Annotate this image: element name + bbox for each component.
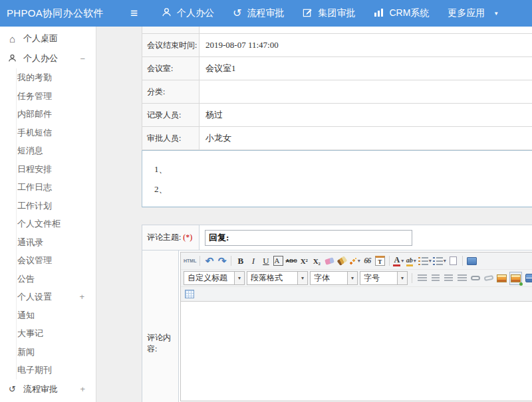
media-icon xyxy=(525,274,532,282)
paragraph-format-dropdown[interactable]: 段落格式▾ xyxy=(247,271,308,285)
screen-icon xyxy=(467,257,477,265)
table-row-category: 分类: xyxy=(142,80,532,104)
nav-item-workflow-approval[interactable]: ↺ 流程审批 xyxy=(233,7,284,19)
align-left-button[interactable] xyxy=(416,272,428,285)
sidebar-item-label: 个人文件柜 xyxy=(17,219,61,229)
sidebar-item-meeting-management[interactable]: 会议管理 xyxy=(17,251,96,270)
nav-item-personal-office[interactable]: 个人办公 xyxy=(162,7,214,19)
html-source-button[interactable]: HTML xyxy=(184,254,196,268)
sidebar-group-personal-office[interactable]: 个人办公 − xyxy=(0,49,96,68)
editor-content-area[interactable] xyxy=(181,301,532,401)
sidebar-item-contacts[interactable]: 通讯录 xyxy=(17,233,96,252)
italic-button[interactable]: I xyxy=(247,254,259,268)
insert-table-button[interactable] xyxy=(184,288,195,301)
nav-item-group-approval[interactable]: 集团审批 xyxy=(303,7,355,19)
highlight-color-button[interactable]: ab▾ xyxy=(406,254,417,268)
plus-dot-icon xyxy=(519,282,523,286)
sidebar-item-personal-settings[interactable]: 个人设置+ xyxy=(17,288,96,306)
caret-down-icon: ▾ xyxy=(429,258,432,264)
comment-subject-value-cell xyxy=(200,225,532,250)
sidebar-item-attendance[interactable]: 我的考勤 xyxy=(17,68,96,87)
comment-subject-row: 评论主题: (*) xyxy=(142,225,532,251)
bold-button[interactable]: B xyxy=(235,254,246,268)
hamburger-menu-icon[interactable]: ≡ xyxy=(130,0,138,27)
strikethrough-button[interactable]: ABC xyxy=(285,254,297,268)
link-icon xyxy=(471,276,480,280)
blockquote-button[interactable]: 66 xyxy=(362,254,373,268)
home-icon: ⌂ xyxy=(7,34,17,44)
insert-media-button[interactable] xyxy=(524,272,532,285)
sidebar-item-label: 新闻 xyxy=(17,347,35,357)
sidebar-item-events[interactable]: 大事记 xyxy=(17,324,96,343)
meeting-detail-table: 会议结束时间: 2019-08-07 11:47:00 会议室: 会议室1 分类… xyxy=(142,27,532,150)
heading-style-dropdown[interactable]: 自定义标题▾ xyxy=(184,271,245,285)
row-value: 会议室1 xyxy=(200,57,532,80)
sidebar-item-work-log[interactable]: 工作日志 xyxy=(17,178,96,197)
fullscreen-button[interactable] xyxy=(466,254,477,268)
meeting-notes-box: 1、 2、 xyxy=(142,150,532,207)
toolbar-separator xyxy=(389,256,390,266)
sidebar-item-internal-mail[interactable]: 内部邮件 xyxy=(17,105,96,124)
paste-text-button[interactable]: T xyxy=(374,254,386,268)
insert-image-button[interactable] xyxy=(496,272,507,285)
font-size-dropdown[interactable]: 字号▾ xyxy=(360,271,408,285)
remove-format-button[interactable] xyxy=(324,254,335,268)
align-center-button[interactable] xyxy=(430,272,441,285)
sidebar-item-work-plan[interactable]: 工作计划 xyxy=(17,197,96,215)
row-value: 杨过 xyxy=(200,104,532,126)
chart-icon xyxy=(374,8,384,19)
row-value xyxy=(200,80,532,103)
insert-link-button[interactable] xyxy=(469,272,481,285)
new-page-button[interactable] xyxy=(448,254,459,268)
ordered-list-button[interactable]: ▾ xyxy=(418,254,432,268)
sidebar-item-notice[interactable]: 通知 xyxy=(17,306,96,325)
table-row-end-time: 会议结束时间: 2019-08-07 11:47:00 xyxy=(142,34,532,57)
sidebar-item-announcement[interactable]: 公告 xyxy=(17,270,96,288)
align-left-icon xyxy=(418,274,427,282)
sidebar-item-label: 手机短信 xyxy=(17,128,52,138)
font-family-dropdown[interactable]: 字体▾ xyxy=(310,271,358,285)
expand-toggle[interactable]: + xyxy=(79,288,84,306)
justify-button[interactable] xyxy=(456,272,467,285)
sidebar-item-file-cabinet[interactable]: 个人文件柜 xyxy=(17,215,96,233)
sidebar-item-label: 日程安排 xyxy=(17,164,52,174)
font-style-icon[interactable]: A xyxy=(273,256,283,266)
sidebar-item-label: 通讯录 xyxy=(17,237,43,247)
nav-item-more-apps[interactable]: 更多应用 ▼ xyxy=(448,7,499,19)
expand-toggle[interactable]: + xyxy=(80,384,85,394)
sidebar-item-schedule[interactable]: 日程安排 xyxy=(17,160,96,179)
format-painter-button[interactable] xyxy=(336,254,348,268)
sidebar-item-label: 我的考勤 xyxy=(17,72,52,82)
superscript-button[interactable]: X² xyxy=(299,254,310,268)
sidebar-item-e-journal[interactable]: 电子期刊 xyxy=(17,361,96,379)
underline-button[interactable]: U xyxy=(260,254,271,268)
subscript-button[interactable]: X₂ xyxy=(311,254,323,268)
highlight-icon: ab xyxy=(406,256,413,266)
comment-subject-input[interactable] xyxy=(205,230,412,246)
caret-down-icon: ▾ xyxy=(401,258,404,264)
sidebar-item-sms[interactable]: 手机短信 xyxy=(17,124,96,142)
collapse-toggle[interactable]: − xyxy=(80,54,85,64)
remove-link-button[interactable] xyxy=(483,272,494,285)
table-row-recorder: 记录人员: 杨过 xyxy=(142,104,532,127)
redo-icon[interactable]: ↷ xyxy=(216,254,227,268)
align-center-icon xyxy=(432,274,440,282)
align-right-button[interactable] xyxy=(443,272,454,285)
align-right-icon xyxy=(444,274,453,282)
nav-item-crm[interactable]: CRM系统 xyxy=(374,7,429,19)
quick-format-button[interactable]: ▾ xyxy=(349,254,360,268)
sidebar-item-tasks[interactable]: 任务管理 xyxy=(17,87,96,106)
sidebar-group-workflow[interactable]: ↺ 流程审批 + xyxy=(0,379,96,399)
font-color-button[interactable]: A▾ xyxy=(393,254,404,268)
sidebar-item-desktop[interactable]: ⌂ 个人桌面 xyxy=(0,29,96,49)
comment-content-label: 评论内容: xyxy=(147,332,178,355)
sidebar-item-label: 通知 xyxy=(17,310,35,320)
undo-icon[interactable]: ↶ xyxy=(203,254,215,268)
unordered-list-button[interactable]: ▾ xyxy=(433,254,446,268)
sidebar-item-news[interactable]: 新闻 xyxy=(17,343,96,361)
sidebar-item-short-message[interactable]: 短消息 xyxy=(17,142,96,160)
sidebar-item-label: 短消息 xyxy=(17,146,43,155)
dropdown-value: 自定义标题 xyxy=(184,272,234,284)
upload-image-button[interactable] xyxy=(509,272,522,285)
caret-down-icon: ▾ xyxy=(347,272,357,284)
